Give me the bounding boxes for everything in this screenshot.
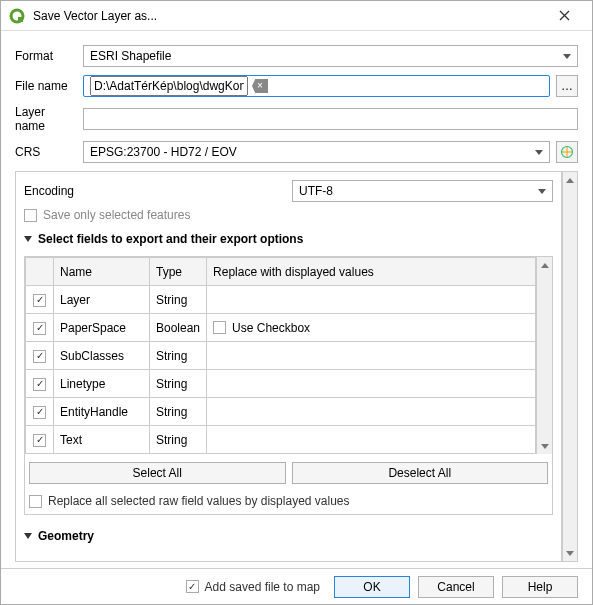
replace-all-label: Replace all selected raw field values by… [48,494,350,508]
scroll-down-icon[interactable] [563,545,577,561]
save-only-selected-label: Save only selected features [43,208,190,222]
cell-replace [207,370,536,398]
cell-replace [207,342,536,370]
select-all-button[interactable]: Select All [29,462,286,484]
add-saved-label: Add saved file to map [205,580,320,594]
encoding-value: UTF-8 [299,184,333,198]
table-row: SubClassesString [26,342,536,370]
cell-type: String [150,342,207,370]
geometry-section-toggle[interactable]: Geometry [24,529,553,543]
cell-type: String [150,426,207,454]
cell-name: EntityHandle [54,398,150,426]
cell-type: String [150,370,207,398]
globe-icon [560,145,574,159]
cell-replace [207,286,536,314]
window-title: Save Vector Layer as... [33,9,544,23]
table-row: TextString [26,426,536,454]
geometry-section-label: Geometry [38,529,94,543]
cell-type: Boolean [150,314,207,342]
crs-combo[interactable]: EPSG:23700 - HD72 / EOV [83,141,550,163]
col-replace[interactable]: Replace with displayed values [207,258,536,286]
cell-name: PaperSpace [54,314,150,342]
col-name[interactable]: Name [54,258,150,286]
cell-replace: Use Checkbox [207,314,536,342]
close-button[interactable] [544,2,584,30]
triangle-down-icon [24,533,32,539]
browse-button[interactable]: … [556,75,578,97]
table-row: LayerString [26,286,536,314]
save-only-selected-checkbox [24,209,37,222]
row-checkbox[interactable] [33,294,46,307]
cancel-button[interactable]: Cancel [418,576,494,598]
file-name-field[interactable] [90,76,248,96]
cell-name: Layer [54,286,150,314]
deselect-all-button[interactable]: Deselect All [292,462,549,484]
encoding-label: Encoding [24,184,292,198]
format-label: Format [15,49,77,63]
ok-button[interactable]: OK [334,576,410,598]
cell-type: String [150,398,207,426]
cell-name: Linetype [54,370,150,398]
chevron-down-icon [535,150,543,155]
triangle-down-icon [24,236,32,242]
layer-name-label: Layer name [15,105,77,133]
qgis-icon [9,8,25,24]
fields-section-toggle[interactable]: Select fields to export and their export… [24,232,553,246]
replace-all-checkbox[interactable] [29,495,42,508]
fields-section-label: Select fields to export and their export… [38,232,303,246]
row-checkbox[interactable] [33,434,46,447]
panel-scrollbar[interactable] [562,171,578,562]
use-checkbox[interactable] [213,321,226,334]
svg-rect-1 [18,17,23,22]
cell-name: Text [54,426,150,454]
cell-type: String [150,286,207,314]
dialog-button-bar: Add saved file to map OK Cancel Help [1,568,592,604]
encoding-combo[interactable]: UTF-8 [292,180,553,202]
layer-name-input[interactable] [83,108,578,130]
cell-name: SubClasses [54,342,150,370]
format-value: ESRI Shapefile [90,49,171,63]
row-checkbox[interactable] [33,322,46,335]
scroll-up-icon[interactable] [563,172,577,188]
table-row: LinetypeString [26,370,536,398]
table-scrollbar[interactable] [536,257,552,454]
title-bar: Save Vector Layer as... [1,1,592,31]
table-row: EntityHandleString [26,398,536,426]
chevron-down-icon [538,189,546,194]
layer-name-field[interactable] [90,109,571,129]
cell-replace [207,426,536,454]
col-type[interactable]: Type [150,258,207,286]
scroll-up-icon[interactable] [537,257,552,273]
fields-panel: Name Type Replace with displayed values … [24,256,553,515]
options-group: Encoding UTF-8 Save only selected featur… [15,171,562,562]
chevron-down-icon [563,54,571,59]
cell-replace [207,398,536,426]
help-button[interactable]: Help [502,576,578,598]
row-checkbox[interactable] [33,406,46,419]
clear-icon[interactable] [252,79,268,93]
file-name-label: File name [15,79,77,93]
close-icon [559,10,570,21]
crs-value: EPSG:23700 - HD72 / EOV [90,145,237,159]
file-name-input[interactable] [83,75,550,97]
crs-picker-button[interactable] [556,141,578,163]
col-check[interactable] [26,258,54,286]
crs-label: CRS [15,145,77,159]
add-saved-checkbox[interactable] [186,580,199,593]
format-combo[interactable]: ESRI Shapefile [83,45,578,67]
table-row: PaperSpaceBooleanUse Checkbox [26,314,536,342]
fields-table: Name Type Replace with displayed values … [25,257,536,454]
row-checkbox[interactable] [33,378,46,391]
row-checkbox[interactable] [33,350,46,363]
scroll-down-icon[interactable] [537,438,552,454]
